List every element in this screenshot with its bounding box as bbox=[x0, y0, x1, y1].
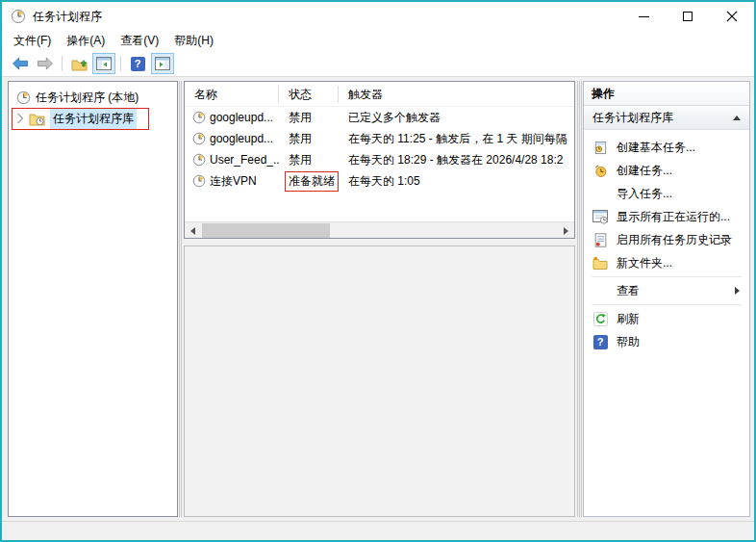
action-pane-icon bbox=[155, 57, 170, 70]
window-title: 任务计划程序 bbox=[33, 9, 102, 25]
action-view[interactable]: 查看 bbox=[584, 279, 749, 302]
column-header-trigger[interactable]: 触发器 bbox=[339, 86, 574, 103]
actions-group-title: 任务计划程序库 bbox=[592, 110, 673, 126]
status-bar bbox=[2, 521, 754, 540]
toolbar-separator bbox=[120, 56, 121, 71]
help-icon: ? bbox=[131, 57, 145, 71]
action-import-task[interactable]: 导入任务... bbox=[584, 182, 749, 205]
maximize-button[interactable] bbox=[666, 2, 710, 31]
action-create-task[interactable]: 创建任务... bbox=[584, 159, 749, 182]
minimize-button[interactable] bbox=[621, 2, 666, 31]
console-tree-toggle-button[interactable] bbox=[92, 53, 115, 74]
task-name: User_Feed_... bbox=[210, 153, 279, 167]
console-tree-panel: 任务计划程序 (本地) 任务计划程序库 bbox=[8, 81, 178, 517]
task-name: googleupd... bbox=[210, 111, 273, 124]
scroll-right-button[interactable] bbox=[558, 222, 574, 239]
task-trigger: 在每天的 18:29 - 触发器在 2026/4/28 18:2 bbox=[339, 152, 574, 168]
task-row-vpn[interactable]: 连接VPN 准备就绪 在每天的 1:05 bbox=[185, 170, 574, 192]
column-header-name[interactable]: 名称 bbox=[185, 86, 279, 103]
tree-item-label-selected: 任务计划程序库 bbox=[50, 109, 137, 129]
tree-splitter[interactable] bbox=[179, 81, 183, 517]
forward-icon bbox=[37, 57, 54, 70]
task-name: googleupd... bbox=[210, 132, 273, 145]
task-trigger: 在每天的 11:25 - 触发后，在 1 天 期间每隔 bbox=[339, 131, 574, 147]
running-tasks-icon bbox=[592, 209, 608, 224]
task-trigger: 已定义多个触发器 bbox=[339, 110, 574, 126]
task-list-panel: 名称 状态 触发器 googleupd... 禁用 已定义多个触发器 googl… bbox=[184, 81, 575, 239]
annotation-box-status: 准备就绪 bbox=[285, 171, 339, 192]
task-row[interactable]: googleupd... 禁用 在每天的 11:25 - 触发后，在 1 天 期… bbox=[185, 128, 574, 149]
action-label: 显示所有正在运行的... bbox=[617, 209, 730, 225]
action-help[interactable]: ? 帮助 bbox=[584, 330, 749, 353]
main-area: 任务计划程序 (本地) 任务计划程序库 bbox=[2, 77, 754, 521]
scroll-left-icon bbox=[190, 227, 195, 235]
task-row[interactable]: User_Feed_... 禁用 在每天的 18:29 - 触发器在 2026/… bbox=[185, 149, 574, 170]
task-name: 连接VPN bbox=[210, 173, 257, 190]
scrollbar-thumb[interactable] bbox=[202, 223, 330, 238]
action-new-folder[interactable]: 新文件夹... bbox=[584, 251, 749, 274]
tree-item-task-scheduler-library[interactable]: 任务计划程序库 bbox=[9, 108, 177, 129]
horizontal-scrollbar[interactable] bbox=[185, 221, 574, 238]
create-basic-task-icon bbox=[592, 140, 608, 155]
action-label: 创建任务... bbox=[617, 163, 672, 179]
library-folder-clock-icon bbox=[29, 112, 45, 126]
titlebar: 任务计划程序 bbox=[2, 2, 754, 31]
refresh-icon bbox=[592, 311, 608, 326]
actions-pane-title: 操作 bbox=[584, 82, 749, 106]
column-header-status[interactable]: 状态 bbox=[279, 86, 339, 103]
action-label: 创建基本任务... bbox=[617, 140, 695, 156]
action-label: 帮助 bbox=[617, 334, 640, 350]
task-history-icon bbox=[592, 232, 608, 247]
actions-pane: 操作 任务计划程序库 创建基本任务... 创建任务... bbox=[583, 81, 750, 517]
task-trigger: 在每天的 1:05 bbox=[339, 173, 574, 190]
tree-item-task-scheduler-local[interactable]: 任务计划程序 (本地) bbox=[9, 87, 177, 108]
actions-list: 创建基本任务... 创建任务... 导入任务... 显示所有正在 bbox=[584, 130, 749, 353]
action-show-running-tasks[interactable]: 显示所有正在运行的... bbox=[584, 205, 749, 228]
task-status: 禁用 bbox=[279, 110, 339, 126]
action-label: 新文件夹... bbox=[617, 255, 672, 271]
clock-icon bbox=[192, 153, 206, 167]
scroll-left-button[interactable] bbox=[185, 222, 201, 239]
actions-splitter[interactable] bbox=[577, 81, 582, 517]
task-details-pane bbox=[184, 245, 575, 517]
action-enable-task-history[interactable]: 启用所有任务历史记录 bbox=[584, 228, 749, 251]
clock-icon bbox=[192, 132, 206, 145]
menu-file[interactable]: 文件(F) bbox=[6, 31, 59, 51]
back-button[interactable] bbox=[9, 53, 32, 74]
action-refresh[interactable]: 刷新 bbox=[584, 307, 749, 330]
list-header: 名称 状态 触发器 bbox=[185, 82, 574, 107]
close-icon bbox=[726, 11, 738, 22]
forward-button[interactable] bbox=[34, 53, 57, 74]
action-create-basic-task[interactable]: 创建基本任务... bbox=[584, 136, 749, 159]
tree-item-label: 任务计划程序 (本地) bbox=[36, 90, 139, 106]
task-scheduler-clock-icon bbox=[11, 9, 26, 24]
chevron-right-icon[interactable] bbox=[16, 113, 26, 124]
scroll-right-icon bbox=[564, 227, 568, 235]
action-label: 刷新 bbox=[617, 311, 640, 327]
task-scheduler-window: 任务计划程序 文件(F) 操作(A) 查看(V) 帮助(H) bbox=[0, 0, 756, 542]
menu-help[interactable]: 帮助(H) bbox=[166, 31, 221, 51]
menu-view[interactable]: 查看(V) bbox=[113, 31, 166, 51]
action-label: 启用所有任务历史记录 bbox=[617, 232, 732, 248]
collapse-icon[interactable] bbox=[733, 116, 741, 120]
close-button[interactable] bbox=[710, 2, 754, 31]
task-row[interactable]: googleupd... 禁用 已定义多个触发器 bbox=[185, 107, 574, 128]
help-icon: ? bbox=[592, 334, 608, 349]
actions-separator bbox=[592, 304, 742, 305]
up-one-level-button[interactable] bbox=[67, 53, 90, 74]
menu-bar: 文件(F) 操作(A) 查看(V) 帮助(H) bbox=[2, 31, 754, 51]
menu-action[interactable]: 操作(A) bbox=[59, 31, 113, 51]
new-folder-icon bbox=[592, 255, 608, 271]
up-one-level-folder-icon bbox=[71, 57, 88, 71]
actions-separator bbox=[592, 276, 742, 277]
clock-icon bbox=[192, 111, 206, 124]
help-toolbar-button[interactable]: ? bbox=[126, 53, 149, 74]
action-pane-toggle-button[interactable] bbox=[151, 53, 174, 74]
minimize-icon bbox=[639, 16, 649, 17]
clock-icon bbox=[192, 174, 206, 188]
maximize-icon bbox=[683, 12, 693, 21]
back-icon bbox=[12, 57, 29, 70]
actions-group-header[interactable]: 任务计划程序库 bbox=[584, 106, 749, 130]
toolbar: ? bbox=[2, 51, 754, 77]
create-task-icon bbox=[592, 163, 608, 178]
